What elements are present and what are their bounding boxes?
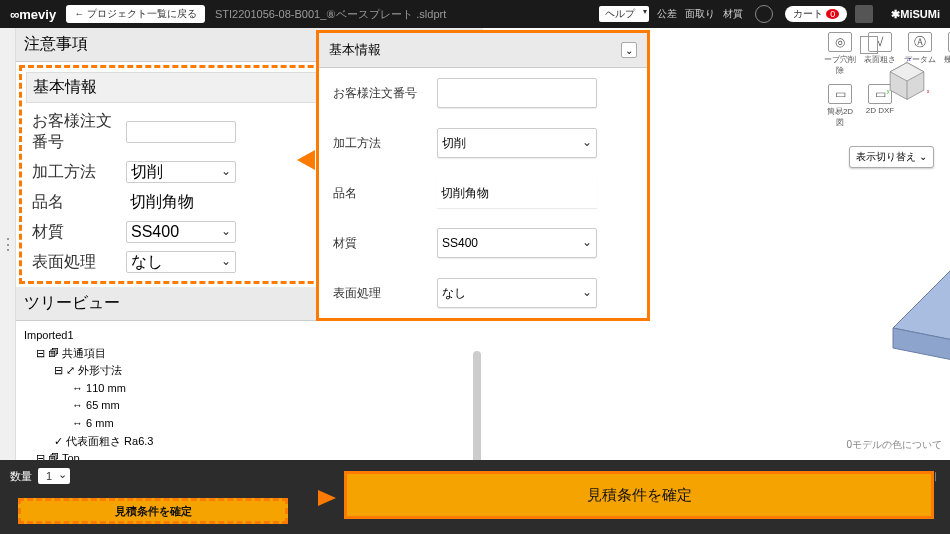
qty-select[interactable]: 1 bbox=[38, 468, 70, 484]
tree-root[interactable]: Imported1 bbox=[24, 327, 475, 345]
name-value: 切削角物 bbox=[126, 191, 236, 213]
material-select[interactable]: SS400 bbox=[437, 228, 597, 258]
logo: ∞meviy bbox=[0, 7, 66, 22]
order-input[interactable] bbox=[126, 121, 236, 143]
method-select[interactable]: 切削 bbox=[126, 161, 236, 183]
callout-arrow-icon bbox=[318, 490, 336, 506]
help-dropdown[interactable]: ヘルプ bbox=[599, 6, 649, 22]
name-value: 切削角物 bbox=[437, 178, 597, 208]
material-label: 材質 bbox=[333, 235, 433, 252]
material-link[interactable]: 材質 bbox=[723, 7, 743, 21]
method-label: 加工方法 bbox=[32, 162, 122, 183]
model-note[interactable]: 0モデルの色について bbox=[846, 438, 942, 452]
tree-title: ツリービュー bbox=[24, 293, 120, 314]
view-cube[interactable]: xyz bbox=[884, 58, 930, 104]
top-right: ヘルプ 公差 面取り 材質 カート 0 ✱MiSUMi bbox=[599, 5, 950, 23]
tool-2d[interactable]: ▭簡易2D図 bbox=[823, 84, 857, 128]
tree-item[interactable]: ↔ 65 mm bbox=[24, 397, 475, 415]
name-label: 品名 bbox=[333, 185, 433, 202]
notes-title: 注意事項 bbox=[24, 34, 88, 55]
tolerance-link[interactable]: 公差 bbox=[657, 7, 677, 21]
chevron-down-icon[interactable]: ⌄ bbox=[621, 42, 637, 58]
top-bar: ∞meviy ← プロジェクト一覧に戻る STI2201056-08-B001_… bbox=[0, 0, 950, 28]
tree-item[interactable]: ↔ 6 mm bbox=[24, 415, 475, 433]
order-input[interactable] bbox=[437, 78, 597, 108]
material-label: 材質 bbox=[32, 222, 122, 243]
tree-item[interactable]: ✓ 代表面粗さ Ra6.3 bbox=[24, 433, 475, 451]
brand: ✱MiSUMi bbox=[881, 8, 950, 21]
tool-hole-remove[interactable]: ◎ーブ穴削除 bbox=[823, 32, 857, 76]
cart-button[interactable]: カート 0 bbox=[785, 6, 847, 22]
drag-handle[interactable]: ⋮ bbox=[0, 28, 16, 460]
svg-marker-7 bbox=[893, 328, 950, 398]
tool-gtol[interactable]: ⟂幾何公差 bbox=[943, 32, 950, 76]
qty-label: 数量 bbox=[10, 469, 32, 484]
callout-title: 基本情報 bbox=[329, 41, 381, 59]
view-toggle[interactable]: 表示切り替え ⌄ bbox=[849, 146, 934, 168]
tree-item[interactable]: ⊟ 🗊 Top bbox=[24, 450, 475, 460]
quantity: 数量 1 bbox=[10, 468, 70, 484]
search-icon[interactable] bbox=[755, 5, 773, 23]
confirm-callout[interactable]: 見積条件を確定 bbox=[344, 471, 934, 519]
svg-text:z: z bbox=[909, 58, 912, 62]
finish-select[interactable]: なし bbox=[126, 251, 236, 273]
name-label: 品名 bbox=[32, 192, 122, 213]
confirm-button[interactable]: 見積条件を確定 bbox=[18, 498, 288, 524]
basic-info-callout: 基本情報 ⌄ お客様注文番号 加工方法切削 品名切削角物 材質SS400 表面処… bbox=[316, 30, 650, 321]
tree-item[interactable]: ⊟ 🗊 共通項目 bbox=[24, 345, 475, 363]
method-label: 加工方法 bbox=[333, 135, 433, 152]
back-button[interactable]: ← プロジェクト一覧に戻る bbox=[66, 5, 205, 23]
material-select[interactable]: SS400 bbox=[126, 221, 236, 243]
tree-item[interactable]: ⊟ ⤢ 外形寸法 bbox=[24, 362, 475, 380]
tree-item[interactable]: ↔ 110 mm bbox=[24, 380, 475, 398]
scrollbar[interactable] bbox=[473, 351, 481, 460]
callout-header: 基本情報 ⌄ bbox=[319, 33, 647, 68]
basic-title: 基本情報 bbox=[33, 77, 97, 98]
callout-arrow-icon bbox=[297, 150, 315, 170]
svg-text:x: x bbox=[927, 89, 930, 94]
method-select[interactable]: 切削 bbox=[437, 128, 597, 158]
finish-label: 表面処理 bbox=[32, 252, 122, 273]
svg-text:y: y bbox=[887, 89, 890, 94]
model-plate[interactable]: 2x M6 bbox=[883, 188, 950, 418]
tree-body[interactable]: Imported1 ⊟ 🗊 共通項目 ⊟ ⤢ 外形寸法 ↔ 110 mm ↔ 6… bbox=[16, 321, 483, 460]
order-label: お客様注文番号 bbox=[32, 111, 122, 153]
order-label: お客様注文番号 bbox=[333, 85, 433, 102]
filename: STI2201056-08-B001_⑧ベースプレート .sldprt bbox=[215, 7, 600, 22]
chamfer-link[interactable]: 面取り bbox=[685, 7, 715, 21]
tree-panel: Imported1 ⊟ 🗊 共通項目 ⊟ ⤢ 外形寸法 ↔ 110 mm ↔ 6… bbox=[16, 321, 483, 460]
avatar[interactable] bbox=[855, 5, 873, 23]
finish-label: 表面処理 bbox=[333, 285, 433, 302]
finish-select[interactable]: なし bbox=[437, 278, 597, 308]
perspective-icon[interactable] bbox=[860, 36, 878, 54]
